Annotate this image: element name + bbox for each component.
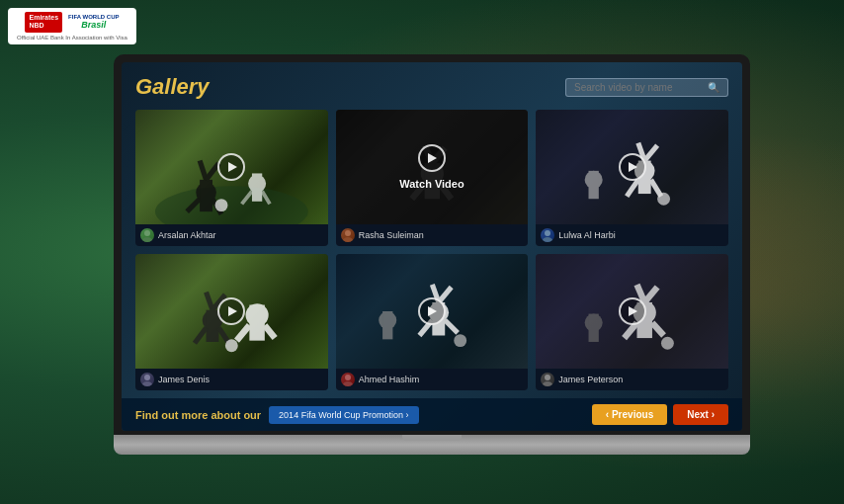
svg-point-33 [545, 230, 550, 236]
video-label-6: James Peterson [536, 369, 728, 390]
svg-rect-2 [200, 180, 212, 211]
svg-rect-8 [252, 173, 262, 201]
laptop-screen: Gallery 🔍 [122, 62, 742, 431]
avatar-4 [140, 373, 154, 386]
video-label-4: James Denis [135, 369, 328, 390]
video-grid: Arsalan Akhtar [135, 110, 728, 390]
person-name-1: Arsalan Akhtar [158, 230, 216, 240]
svg-rect-36 [207, 310, 219, 342]
previous-button[interactable]: ‹ Previous [592, 404, 667, 425]
svg-line-43 [236, 325, 249, 340]
fifa-logo: FIFA WORLD CUP Brasil [68, 14, 119, 30]
svg-point-13 [142, 237, 152, 242]
svg-point-32 [657, 193, 670, 206]
svg-rect-31 [589, 171, 599, 199]
video-card-3[interactable]: Lulwa Al Harbi [536, 110, 728, 246]
promo-text: Find out more about our [135, 409, 261, 421]
promo-link-button[interactable]: 2014 Fifa World Cup Promotion › [269, 406, 418, 424]
svg-point-34 [543, 237, 552, 242]
play-button-6[interactable] [619, 297, 646, 325]
video-card-1[interactable]: Arsalan Akhtar [135, 110, 328, 246]
avatar-6 [541, 373, 554, 386]
avatar-1 [140, 228, 154, 242]
person-name-4: James Denis [158, 375, 210, 384]
person-name-3: Lulwa Al Harbi [558, 230, 616, 240]
watch-video-overlay: Watch Video [336, 110, 529, 224]
svg-point-71 [543, 381, 552, 386]
watch-video-text: Watch Video [399, 178, 464, 190]
video-card-5[interactable]: Ahmed Hashim [336, 254, 529, 390]
avatar-2 [341, 228, 355, 242]
svg-point-22 [343, 237, 353, 242]
svg-point-58 [345, 375, 351, 380]
svg-point-70 [545, 375, 550, 380]
gallery-header: Gallery 🔍 [135, 74, 728, 100]
svg-line-37 [195, 328, 207, 343]
logo-tagline: Official UAE Bank In Association with Vi… [17, 35, 127, 41]
search-input[interactable] [574, 82, 703, 93]
svg-rect-42 [249, 305, 264, 341]
svg-point-11 [215, 199, 228, 211]
laptop-screen-frame: Gallery 🔍 [114, 54, 750, 435]
avatar-5 [341, 373, 355, 386]
svg-point-12 [144, 230, 150, 236]
svg-point-0 [155, 186, 308, 224]
video-card-2[interactable]: Watch Video Rasha Suleiman [336, 110, 529, 246]
emirates-logo: Emirates NBD [25, 12, 62, 33]
person-name-5: Ahmed Hashim [359, 375, 420, 384]
video-label-1: Arsalan Akhtar [135, 224, 328, 246]
video-label-3: Lulwa Al Harbi [536, 224, 728, 246]
gallery-app: Gallery 🔍 [122, 62, 742, 431]
svg-rect-56 [382, 311, 392, 339]
svg-point-69 [661, 337, 674, 350]
search-box[interactable]: 🔍 [565, 78, 728, 97]
video-label-5: Ahmed Hashim [336, 369, 529, 390]
video-card-6[interactable]: James Peterson [536, 254, 728, 390]
laptop-base [114, 435, 750, 455]
play-button-5[interactable] [418, 297, 446, 325]
svg-point-59 [343, 381, 353, 386]
video-card-4[interactable]: James Denis [135, 254, 328, 390]
svg-point-47 [142, 381, 152, 386]
next-button[interactable]: Next › [673, 404, 728, 425]
svg-point-57 [454, 334, 466, 347]
video-label-2: Rasha Suleiman [336, 224, 529, 246]
svg-point-46 [144, 375, 150, 380]
svg-line-44 [265, 325, 275, 338]
search-icon: 🔍 [708, 82, 719, 93]
avatar-3 [541, 228, 554, 242]
svg-point-45 [225, 339, 238, 352]
laptop-frame: Gallery 🔍 [114, 54, 750, 455]
person-name-2: Rasha Suleiman [359, 230, 424, 240]
svg-rect-68 [589, 314, 599, 342]
person-name-6: James Peterson [558, 375, 623, 384]
svg-point-21 [345, 230, 351, 236]
play-button-1[interactable] [217, 153, 245, 181]
gallery-title: Gallery [135, 74, 210, 100]
play-button-3[interactable] [619, 153, 646, 181]
play-button-4[interactable] [217, 297, 245, 325]
logo-bar: Emirates NBD FIFA WORLD CUP Brasil Offic… [8, 8, 136, 44]
bottom-bar: Find out more about our 2014 Fifa World … [122, 398, 742, 431]
nav-buttons: ‹ Previous Next › [592, 404, 728, 425]
play-button-2[interactable] [418, 144, 446, 172]
